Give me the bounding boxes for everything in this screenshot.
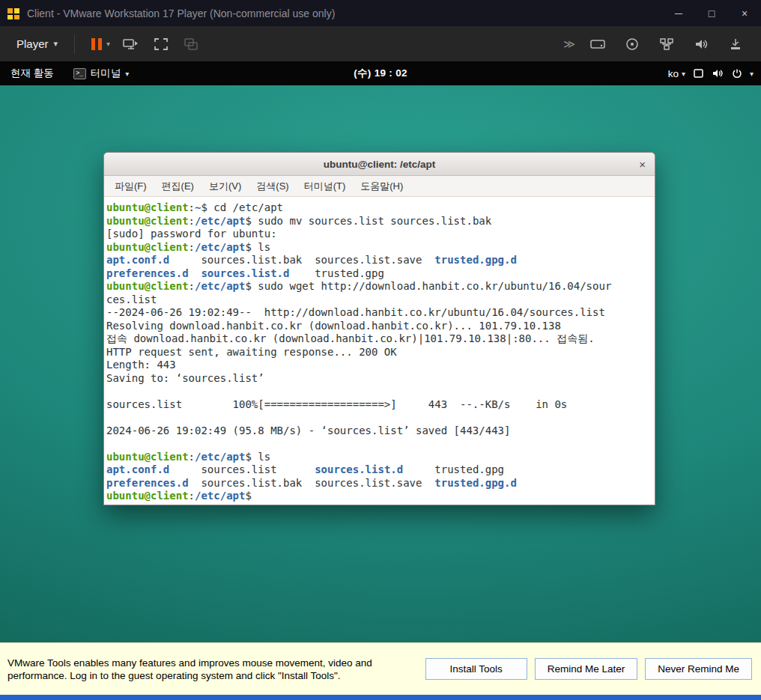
terminal-line: apt.conf.d sources.list sources.list.d t… [106, 463, 652, 477]
menu-help[interactable]: 도움말(H) [353, 177, 410, 196]
fullscreen-icon[interactable] [148, 33, 175, 55]
window-title: Client - VMware Workstation 17 Player (N… [27, 7, 662, 19]
toolbar-separator [74, 34, 75, 54]
remind-me-later-button[interactable]: Remind Me Later [535, 658, 638, 680]
terminal-line: ces.list [106, 293, 652, 307]
terminal-line: preferences.d sources.list.d trusted.gpg [106, 267, 652, 281]
gnome-top-bar: 현재 활동 >_ 터미널 ▾ (수) 19 : 02 ko ▾ [0, 61, 761, 85]
desktop: ubuntu@client: /etc/apt × 파일(F)편집(E)보기(V… [0, 85, 761, 642]
close-button[interactable]: × [728, 0, 761, 26]
terminal-line: 접속 download.hanbit.co.kr (download.hanbi… [106, 332, 652, 346]
terminal-window: ubuntu@client: /etc/apt × 파일(F)편집(E)보기(V… [103, 152, 655, 505]
volume-icon [712, 68, 724, 79]
chevron-down-icon: ▾ [750, 70, 754, 78]
terminal-title: ubuntu@client: /etc/apt [324, 159, 436, 170]
power-icon [732, 68, 742, 79]
gnome-left: 현재 활동 >_ 터미널 ▾ [0, 61, 138, 85]
terminal-line: Saving to: ‘sources.list’ [106, 372, 652, 386]
terminal-line: ubuntu@client:/etc/apt$ [106, 490, 652, 503]
terminal-line: preferences.d sources.list.bak sources.l… [106, 477, 652, 490]
app-menu-label: 터미널 [91, 67, 121, 80]
vmware-logo-icon [6, 6, 21, 21]
terminal-line: ubuntu@client:/etc/apt$ ls [106, 451, 652, 464]
terminal-line [106, 437, 652, 451]
usb-device-icon[interactable] [722, 33, 749, 55]
terminal-close-button[interactable]: × [639, 159, 646, 170]
terminal-menubar: 파일(F)편집(E)보기(V)검색(S)터미널(T)도움말(H) [104, 176, 655, 197]
player-menu-button[interactable]: Player ▾ [10, 33, 64, 55]
keyboard-layout-indicator[interactable]: ko ▾ [668, 68, 685, 79]
gnome-system-menu[interactable]: ko ▾ ▾ [668, 61, 761, 85]
terminal-line: 2024-06-26 19:02:49 (95.8 MB/s) - ‘sourc… [106, 424, 652, 438]
cycle-monitors-icon[interactable] [118, 33, 145, 55]
hard-disk-icon[interactable] [584, 33, 611, 55]
menu-terminal[interactable]: 터미널(T) [297, 177, 354, 196]
terminal-line: ubuntu@client:/etc/apt$ sudo wget http:/… [106, 280, 652, 293]
pause-icon [91, 38, 102, 50]
chevron-down-icon: ▾ [54, 39, 58, 49]
terminal-line: ubuntu@client:~$ cd /etc/apt [106, 201, 652, 215]
terminal-line: sources.list 100%[===================>] … [106, 398, 652, 412]
notification-message: VMware Tools enables many features and i… [7, 657, 421, 682]
chevron-down-icon: ▾ [106, 40, 110, 48]
terminal-line: Resolving download.hanbit.co.kr (downloa… [106, 320, 652, 333]
terminal-line: HTTP request sent, awaiting response... … [106, 346, 652, 359]
player-menu-label: Player [16, 37, 49, 50]
activities-button[interactable]: 현재 활동 [0, 61, 64, 85]
unity-mode-icon[interactable] [178, 33, 204, 55]
vmware-toolbar: Player ▾ ▾ ≫ [0, 26, 761, 61]
menu-edit[interactable]: 편집(E) [154, 177, 201, 196]
maximize-button[interactable]: □ [695, 0, 728, 26]
never-remind-me-button[interactable]: Never Remind Me [645, 658, 752, 680]
terminal-line: ubuntu@client:/etc/apt$ sudo mv sources.… [106, 215, 652, 228]
sound-icon[interactable] [688, 33, 715, 55]
chevron-double-right-icon[interactable]: ≫ [563, 37, 575, 51]
terminal-line [106, 385, 652, 398]
chevron-down-icon: ▾ [682, 70, 685, 78]
terminal-line: Length: 443 [106, 359, 652, 372]
menu-search[interactable]: 검색(S) [249, 177, 296, 196]
network-adapter-icon[interactable] [653, 33, 680, 55]
taskbar-strip [0, 695, 761, 700]
window-controls: ─ □ × [662, 0, 761, 26]
vmware-titlebar: Client - VMware Workstation 17 Player (N… [0, 0, 761, 26]
terminal-titlebar[interactable]: ubuntu@client: /etc/apt × [104, 153, 655, 176]
terminal-app-icon: >_ [73, 68, 86, 79]
menu-view[interactable]: 보기(V) [201, 177, 249, 196]
suspend-button[interactable]: ▾ [85, 34, 116, 55]
device-status-icons: ≫ [563, 33, 751, 55]
app-menu-terminal[interactable]: >_ 터미널 ▾ [64, 61, 139, 85]
cd-drive-icon[interactable] [619, 33, 646, 55]
vmware-player-window: Client - VMware Workstation 17 Player (N… [0, 0, 761, 700]
terminal-content[interactable]: ubuntu@client:~$ cd /etc/aptubuntu@clien… [104, 197, 655, 505]
terminal-line: [sudo] password for ubuntu: [106, 228, 652, 241]
vmware-tools-notification: VMware Tools enables many features and i… [0, 642, 761, 695]
chevron-down-icon: ▾ [125, 70, 129, 78]
screen-icon [693, 68, 704, 79]
terminal-line: --2024-06-26 19:02:49-- http://download.… [106, 306, 652, 320]
notification-buttons: Install ToolsRemind Me LaterNever Remind… [425, 658, 754, 680]
install-tools-button[interactable]: Install Tools [425, 658, 527, 680]
clock[interactable]: (수) 19 : 02 [354, 67, 407, 80]
terminal-line: ubuntu@client:/etc/apt$ ls [106, 241, 652, 255]
terminal-line: apt.conf.d sources.list.bak sources.list… [106, 254, 652, 267]
terminal-line [106, 411, 652, 424]
keyboard-layout-label: ko [668, 68, 679, 79]
minimize-button[interactable]: ─ [662, 0, 695, 26]
menu-file[interactable]: 파일(F) [107, 177, 154, 196]
